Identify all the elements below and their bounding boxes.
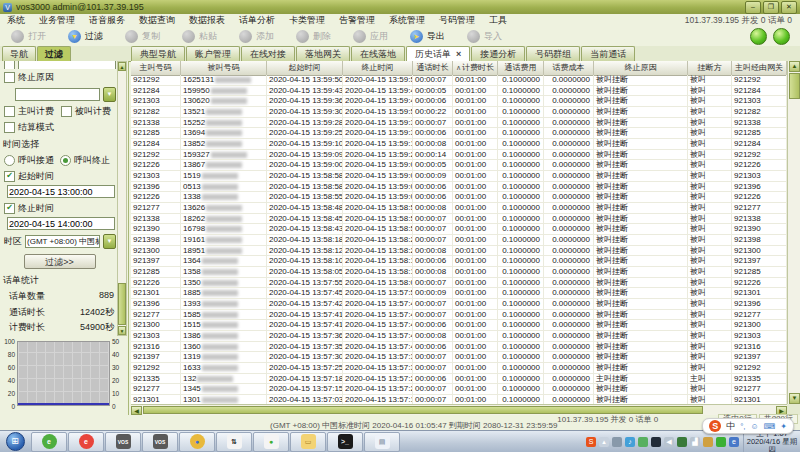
filter-button[interactable]: ▼过滤 — [57, 30, 114, 43]
timezone-select[interactable]: (GMT +08:00) 中国标... — [25, 235, 100, 248]
filter-apply-button[interactable]: 过滤>> — [24, 254, 96, 269]
scrollbar-thumb[interactable] — [118, 283, 126, 325]
keyboard-icon[interactable]: ⌨ — [764, 422, 776, 431]
table-row[interactable]: 92139713192020-04-15 13:57:302020-04-15 … — [131, 352, 787, 363]
end-time-checkbox[interactable]: ✔ — [4, 203, 15, 214]
punctuation-icon[interactable]: °, — [740, 422, 745, 431]
ime-mode-chinese[interactable]: 中 — [726, 420, 735, 433]
im-tray-icon[interactable] — [612, 437, 622, 447]
start-time-input[interactable] — [7, 185, 115, 198]
toolbox-icon[interactable]: ✦ — [780, 422, 787, 431]
chevron-down-icon[interactable]: ▼ — [103, 87, 116, 102]
caller-billing-checkbox[interactable] — [4, 106, 15, 117]
360-chrome-browser-taskbar-button[interactable]: e — [68, 432, 104, 452]
qq-tray-icon[interactable] — [651, 437, 661, 447]
sogou-tray-icon[interactable]: S — [586, 437, 596, 447]
table-row[interactable]: 921226138672020-04-15 13:59:002020-04-15… — [131, 160, 787, 171]
table-row[interactable]: 92128513582020-04-15 13:58:052020-04-15 … — [131, 267, 787, 278]
column-header-call-duration[interactable]: 通话时长 — [413, 61, 453, 75]
wechat-taskbar-button[interactable]: ● — [253, 432, 289, 452]
table-row[interactable]: 921284138522020-04-15 13:59:102020-04-15… — [131, 139, 787, 150]
delete-button[interactable]: 删除 — [285, 30, 342, 43]
menu-item-cdr-analysis[interactable]: 话单分析 — [232, 14, 282, 27]
open-button[interactable]: 打开 — [0, 30, 57, 43]
table-row[interactable]: 921338152522020-04-15 13:59:282020-04-15… — [131, 118, 787, 129]
table-row[interactable]: 921285136942020-04-15 13:59:252020-04-15… — [131, 128, 787, 139]
copy-button[interactable]: 复制 — [114, 30, 171, 43]
file-explorer-taskbar-button[interactable]: ▭ — [290, 432, 326, 452]
scroll-down-icon[interactable]: ▼ — [118, 326, 126, 335]
clipped-input[interactable] — [18, 61, 116, 69]
menu-item-data-query[interactable]: 数据查询 — [132, 14, 182, 27]
column-header-fee-cost[interactable]: 话费成本 — [544, 61, 594, 75]
column-header-start-time[interactable]: 起始时间 — [267, 61, 343, 75]
table-row[interactable]: 92122613502020-04-15 13:57:552020-04-15 … — [131, 278, 787, 289]
column-header-hangup-side[interactable]: 挂断方 — [688, 61, 732, 75]
table-row[interactable]: 921277136262020-04-15 13:58:482020-04-15… — [131, 203, 787, 214]
export-button[interactable]: ➤导出 — [399, 30, 456, 43]
table-row[interactable]: 921282135212020-04-15 13:59:302020-04-15… — [131, 107, 787, 118]
sogou-logo-icon[interactable]: S — [709, 420, 721, 432]
menu-item-data-report[interactable]: 数据报表 — [182, 14, 232, 27]
table-row[interactable]: 92127715852020-04-15 13:57:412020-04-15 … — [131, 310, 787, 321]
table-row[interactable]: 92130113012020-04-15 13:57:032020-04-15 … — [131, 395, 787, 404]
table-row[interactable]: 9213031306202020-04-15 13:59:362020-04-1… — [131, 96, 787, 107]
table-row[interactable]: 9213351322020-04-15 13:57:182020-04-15 1… — [131, 374, 787, 385]
table-row[interactable]: 92139605132020-04-15 13:58:582020-04-15 … — [131, 182, 787, 193]
chevron-down-icon[interactable]: ▼ — [103, 234, 116, 249]
network-signal-icon[interactable]: ▟ — [690, 437, 700, 447]
table-row[interactable]: 9212921593272020-04-15 13:59:092020-04-1… — [131, 150, 787, 161]
table-row[interactable]: 92129216332020-04-15 13:57:252020-04-15 … — [131, 363, 787, 374]
scrollbar-thumb[interactable] — [789, 73, 800, 99]
table-row[interactable]: 9212841599502020-04-15 13:59:432020-04-1… — [131, 86, 787, 97]
start-button[interactable]: ⊞ — [0, 432, 30, 452]
menu-item-number-mgmt[interactable]: 号码管理 — [432, 14, 482, 27]
sidebar-tab-filter[interactable]: 过滤 — [37, 46, 71, 61]
table-row[interactable]: 92122613382020-04-15 13:58:552020-04-15 … — [131, 192, 787, 203]
end-reason-select[interactable] — [15, 88, 100, 101]
tab-account-mgmt[interactable]: 账户管理 — [186, 46, 240, 61]
close-icon[interactable]: × — [456, 49, 461, 59]
menu-item-tools[interactable]: 工具 — [482, 14, 514, 27]
column-header-call-fee[interactable]: 通话费用 — [498, 61, 544, 75]
tab-connect-analysis[interactable]: 接通分析 — [471, 46, 525, 61]
column-header-callee-number[interactable]: 被叫号码 — [181, 61, 267, 75]
close-button[interactable]: ✕ — [781, 1, 797, 14]
table-row[interactable]: 92130315192020-04-15 13:58:582020-04-15 … — [131, 171, 787, 182]
apply-button[interactable]: 应用 — [342, 30, 399, 43]
column-header-end-reason[interactable]: 终止原因 — [594, 61, 688, 75]
360-browser-taskbar-button[interactable]: e — [31, 432, 67, 452]
table-row[interactable]: 92130015152020-04-15 13:57:412020-04-15 … — [131, 320, 787, 331]
mail-tray-icon[interactable] — [703, 437, 713, 447]
menu-item-card-mgmt[interactable]: 卡类管理 — [282, 14, 332, 27]
table-vertical-scrollbar[interactable]: ▲ ▼ — [787, 61, 800, 404]
vos-client-2-taskbar-button[interactable]: VOS — [142, 432, 178, 452]
menu-item-voice-service[interactable]: 语音服务 — [82, 14, 132, 27]
start-time-checkbox[interactable]: ✔ — [4, 171, 15, 182]
table-row[interactable]: 921390167982020-04-15 13:58:432020-04-15… — [131, 224, 787, 235]
vos-client-taskbar-button[interactable]: VOS — [105, 432, 141, 452]
table-row[interactable]: 92139713642020-04-15 13:58:102020-04-15 … — [131, 256, 787, 267]
emoji-icon[interactable]: ☺ — [751, 422, 759, 431]
scroll-up-icon[interactable]: ▲ — [789, 61, 800, 72]
table-row[interactable]: 92129216251312020-04-15 13:59:502020-04-… — [131, 75, 787, 86]
table-row[interactable]: 92131613602020-04-15 13:57:352020-04-15 … — [131, 342, 787, 353]
clipped-checkbox[interactable] — [4, 61, 15, 69]
volume-icon[interactable]: ◀ — [664, 437, 674, 447]
transfer-arrows-taskbar-button[interactable]: ⇅ — [216, 432, 252, 452]
end-reason-checkbox[interactable] — [4, 72, 15, 83]
scroll-left-icon[interactable]: ◀ — [131, 406, 142, 415]
tab-typical-nav[interactable]: 典型导航 — [131, 46, 185, 61]
tab-current-calls[interactable]: 当前通话 — [581, 46, 635, 61]
table-horizontal-scrollbar[interactable]: ◀ ▶ — [131, 404, 787, 415]
column-header-end-time[interactable]: 终止时间 — [343, 61, 413, 75]
security-tray-icon[interactable] — [677, 437, 687, 447]
sidebar-scrollbar[interactable]: ▲ ▼ — [117, 61, 127, 336]
scroll-down-icon[interactable]: ▼ — [789, 393, 800, 404]
notepad-taskbar-button[interactable]: ▤ — [364, 432, 400, 452]
tab-online-peer[interactable]: 在线对接 — [241, 46, 295, 61]
add-button[interactable]: 添加 — [228, 30, 285, 43]
table-row[interactable]: 92130118852020-04-15 13:57:452020-04-15 … — [131, 288, 787, 299]
tab-online-termination[interactable]: 在线落地 — [351, 46, 405, 61]
column-header-caller-number[interactable]: 主叫号码 — [131, 61, 181, 75]
